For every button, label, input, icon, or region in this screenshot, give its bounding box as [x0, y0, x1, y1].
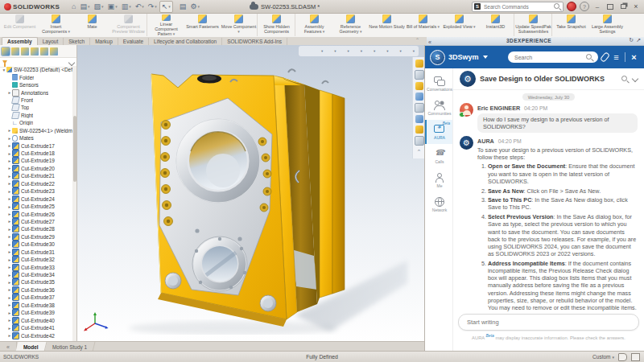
- tree-item[interactable]: Right: [0, 112, 72, 119]
- ribbon-button[interactable]: Take Snapshot: [553, 14, 589, 36]
- tree-item[interactable]: Cut-Extrude38: [0, 302, 72, 309]
- view-settings-icon[interactable]: [405, 47, 415, 55]
- command-tab[interactable]: SOLIDWORKS Add-Ins: [222, 38, 287, 45]
- appearance-icon[interactable]: [378, 47, 388, 55]
- panel-expand-icon[interactable]: [636, 37, 641, 43]
- tree-item[interactable]: Cut-Extrude19: [0, 157, 72, 164]
- restore-button[interactable]: [605, 2, 615, 11]
- scene-icon[interactable]: [391, 47, 401, 55]
- panel-props-icon[interactable]: [415, 136, 424, 146]
- redo-icon[interactable]: ↷: [147, 2, 159, 12]
- panel-document-icon[interactable]: [415, 82, 423, 90]
- panel-close-icon[interactable]: [629, 51, 639, 63]
- zoom-fit-icon[interactable]: [303, 47, 310, 55]
- rail-item[interactable]: Communities: [425, 96, 452, 120]
- tree-item[interactable]: Cut-Extrude33: [0, 263, 72, 270]
- display-style-icon[interactable]: [353, 47, 362, 55]
- ribbon-button[interactable]: Smart Fasteners: [184, 14, 221, 36]
- tree-item[interactable]: Cut-Extrude35: [0, 278, 72, 286]
- tree-item[interactable]: SW-02253 (Default) <Default_Displ: [0, 66, 72, 73]
- tree-item[interactable]: Cut-Extrude39: [0, 309, 72, 316]
- 3dswym-app-name[interactable]: 3DSwym: [448, 53, 479, 61]
- configuration-tab-icon[interactable]: [21, 47, 29, 56]
- chat-search-icon[interactable]: [621, 76, 629, 83]
- tag-icon[interactable]: [618, 353, 627, 361]
- ribbon-button[interactable]: Move Component: [221, 14, 258, 36]
- display-settings-icon[interactable]: [631, 353, 640, 361]
- command-tab[interactable]: Assembly: [2, 37, 38, 45]
- tree-item[interactable]: Front: [0, 97, 72, 104]
- tree-item[interactable]: SW-02254<1> (Weldment) <W: [0, 127, 72, 134]
- panel-collapse-icon[interactable]: [415, 148, 423, 156]
- rail-item[interactable]: Calls: [425, 144, 452, 168]
- tree-item[interactable]: Cut-Extrude28: [0, 225, 72, 232]
- 3dswym-logo-icon[interactable]: S: [430, 50, 445, 65]
- ribbon-button[interactable]: Component Preview Window: [110, 14, 147, 36]
- new-window-button[interactable]: [618, 2, 628, 11]
- tree-item[interactable]: Cut-Extrude31: [0, 249, 72, 256]
- tree-item[interactable]: Origin: [0, 119, 72, 126]
- command-search-input[interactable]: [482, 3, 552, 10]
- tree-item[interactable]: Folder: [0, 73, 72, 80]
- ribbon-button[interactable]: Mate: [74, 14, 110, 36]
- tree-item[interactable]: Mates: [0, 134, 72, 142]
- rebuild-icon[interactable]: [174, 2, 177, 12]
- ribbon-button[interactable]: Insert Components: [38, 14, 74, 36]
- select-icon[interactable]: ↖: [159, 1, 173, 13]
- filter-icon[interactable]: [2, 60, 7, 64]
- propertymanager-tab-icon[interactable]: [11, 47, 19, 56]
- tree-item[interactable]: Cut-Extrude25: [0, 203, 72, 210]
- chevron-down-icon[interactable]: [68, 59, 75, 65]
- tree-item[interactable]: Cut-Extrude26: [0, 210, 72, 217]
- tree-item[interactable]: Cut-Extrude36: [0, 286, 72, 294]
- tree-item[interactable]: Cut-Extrude18: [0, 150, 72, 157]
- panel-appearance-icon[interactable]: [415, 115, 423, 123]
- ribbon-button[interactable]: Instant3D: [477, 14, 514, 36]
- file-properties-icon[interactable]: ▤: [178, 2, 188, 12]
- command-tab[interactable]: Markup: [90, 38, 118, 45]
- tree-item[interactable]: Cut-Extrude37: [0, 294, 72, 301]
- ribbon-button[interactable]: Show Hidden Components: [258, 14, 295, 36]
- tree-scrollbar-thumb[interactable]: [73, 116, 76, 182]
- zoom-area-icon[interactable]: [313, 47, 323, 55]
- tree-item[interactable]: Cut-Extrude27: [0, 218, 72, 225]
- tree-item[interactable]: Cut-Extrude22: [0, 180, 72, 187]
- rail-item[interactable]: Network: [425, 192, 452, 216]
- help-icon[interactable]: [580, 2, 589, 11]
- search-icon[interactable]: [586, 54, 593, 61]
- print-icon[interactable]: ▥: [120, 2, 133, 12]
- chevron-down-icon[interactable]: [483, 56, 488, 59]
- tree-item[interactable]: Cut-Extrude24: [0, 195, 72, 202]
- tree-item[interactable]: Annotations: [0, 88, 72, 96]
- tree-item[interactable]: Sensors: [0, 81, 72, 88]
- menu-icon[interactable]: [611, 51, 621, 63]
- tree-item[interactable]: Cut-Extrude42: [0, 331, 72, 339]
- tree-item[interactable]: Cut-Extrude17: [0, 142, 72, 149]
- tree-item[interactable]: Cut-Extrude23: [0, 187, 72, 195]
- panel-derived-icon[interactable]: [415, 93, 423, 101]
- 3d-model[interactable]: [89, 48, 411, 335]
- ribbon-button[interactable]: Assembly Features: [296, 14, 332, 36]
- tree-item[interactable]: Cut-Extrude20: [0, 165, 72, 172]
- panel-refresh-icon[interactable]: [629, 37, 634, 43]
- custom-dropdown[interactable]: Custom: [592, 354, 614, 360]
- new-file-icon[interactable]: ▤: [79, 2, 92, 12]
- hide-show-icon[interactable]: [365, 47, 375, 55]
- panel-measure-icon[interactable]: [415, 125, 423, 134]
- undo-icon[interactable]: ↶: [134, 2, 146, 12]
- panel-lifecycle-icon[interactable]: [415, 60, 423, 68]
- ribbon-button[interactable]: Update SpeedPak Subassemblies: [515, 14, 552, 36]
- swym-search[interactable]: [508, 51, 598, 63]
- displaymanager-tab-icon[interactable]: [40, 47, 48, 56]
- command-tab[interactable]: Evaluate: [118, 38, 149, 45]
- ribbon-collapse-icon[interactable]: ⌃: [415, 37, 419, 43]
- dimxpert-tab-icon[interactable]: [31, 47, 39, 56]
- rail-item[interactable]: Me: [425, 168, 452, 192]
- featuremanager-tab-icon[interactable]: [2, 47, 10, 56]
- ribbon-button[interactable]: Reference Geometry: [332, 14, 369, 36]
- command-tab[interactable]: Lifecycle and Collaboration: [149, 38, 222, 45]
- tree-item[interactable]: Cut-Extrude34: [0, 271, 72, 278]
- panel-eye-icon[interactable]: [415, 103, 424, 113]
- ribbon-button[interactable]: Exploded View: [441, 14, 477, 36]
- save-icon[interactable]: ▣: [106, 2, 119, 12]
